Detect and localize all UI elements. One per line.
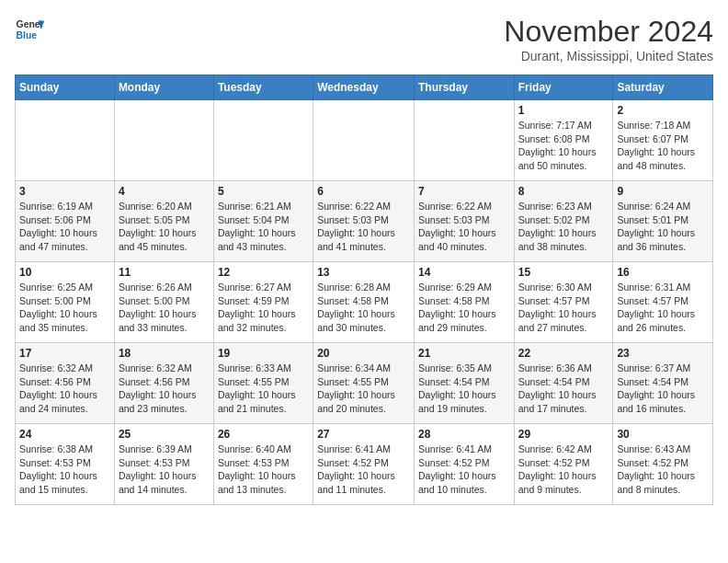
calendar-week-row: 1Sunrise: 7:17 AM Sunset: 6:08 PM Daylig… (16, 100, 713, 181)
day-info: Sunrise: 6:22 AM Sunset: 5:03 PM Dayligh… (317, 200, 410, 254)
calendar-week-row: 17Sunrise: 6:32 AM Sunset: 4:56 PM Dayli… (16, 343, 713, 424)
weekday-header: Monday (114, 75, 213, 100)
month-title: November 2024 (504, 15, 713, 49)
day-number: 4 (119, 185, 210, 198)
day-number: 14 (418, 266, 510, 279)
day-info: Sunrise: 6:21 AM Sunset: 5:04 PM Dayligh… (218, 200, 309, 254)
weekday-header: Wednesday (313, 75, 415, 100)
day-info: Sunrise: 6:23 AM Sunset: 5:02 PM Dayligh… (518, 200, 609, 254)
calendar-cell (16, 100, 115, 181)
day-info: Sunrise: 6:26 AM Sunset: 5:00 PM Dayligh… (119, 281, 210, 335)
day-info: Sunrise: 6:24 AM Sunset: 5:01 PM Dayligh… (617, 200, 709, 254)
day-info: Sunrise: 6:27 AM Sunset: 4:59 PM Dayligh… (218, 281, 309, 335)
day-number: 26 (218, 428, 309, 441)
calendar-cell: 17Sunrise: 6:32 AM Sunset: 4:56 PM Dayli… (16, 343, 115, 424)
calendar-cell (114, 100, 213, 181)
day-info: Sunrise: 6:36 AM Sunset: 4:54 PM Dayligh… (518, 362, 609, 416)
day-info: Sunrise: 6:22 AM Sunset: 5:03 PM Dayligh… (418, 200, 510, 254)
day-info: Sunrise: 6:20 AM Sunset: 5:05 PM Dayligh… (119, 200, 210, 254)
calendar-cell: 4Sunrise: 6:20 AM Sunset: 5:05 PM Daylig… (114, 181, 213, 262)
calendar-cell: 30Sunrise: 6:43 AM Sunset: 4:52 PM Dayli… (613, 424, 713, 505)
day-number: 15 (518, 266, 609, 279)
page-header: General Blue November 2024 Durant, Missi… (15, 15, 713, 63)
location: Durant, Mississippi, United States (504, 49, 713, 63)
day-info: Sunrise: 7:18 AM Sunset: 6:07 PM Dayligh… (617, 119, 709, 173)
day-info: Sunrise: 6:33 AM Sunset: 4:55 PM Dayligh… (218, 362, 309, 416)
day-number: 21 (418, 347, 510, 360)
calendar-week-row: 24Sunrise: 6:38 AM Sunset: 4:53 PM Dayli… (16, 424, 713, 505)
calendar-week-row: 10Sunrise: 6:25 AM Sunset: 5:00 PM Dayli… (16, 262, 713, 343)
calendar-cell (213, 100, 313, 181)
calendar-cell: 6Sunrise: 6:22 AM Sunset: 5:03 PM Daylig… (313, 181, 415, 262)
day-number: 3 (19, 185, 110, 198)
logo-icon: General Blue (15, 15, 44, 44)
calendar-cell: 10Sunrise: 6:25 AM Sunset: 5:00 PM Dayli… (16, 262, 115, 343)
calendar-cell: 16Sunrise: 6:31 AM Sunset: 4:57 PM Dayli… (613, 262, 713, 343)
day-info: Sunrise: 6:25 AM Sunset: 5:00 PM Dayligh… (19, 281, 110, 335)
day-number: 1 (518, 104, 609, 117)
calendar-cell: 29Sunrise: 6:42 AM Sunset: 4:52 PM Dayli… (514, 424, 613, 505)
day-number: 29 (518, 428, 609, 441)
day-info: Sunrise: 6:28 AM Sunset: 4:58 PM Dayligh… (317, 281, 410, 335)
calendar-cell (313, 100, 415, 181)
day-number: 30 (617, 428, 709, 441)
day-number: 18 (119, 347, 210, 360)
calendar-cell: 11Sunrise: 6:26 AM Sunset: 5:00 PM Dayli… (114, 262, 213, 343)
day-info: Sunrise: 6:31 AM Sunset: 4:57 PM Dayligh… (617, 281, 709, 335)
calendar-cell: 19Sunrise: 6:33 AM Sunset: 4:55 PM Dayli… (213, 343, 313, 424)
calendar-cell: 21Sunrise: 6:35 AM Sunset: 4:54 PM Dayli… (414, 343, 514, 424)
day-number: 19 (218, 347, 309, 360)
calendar-cell: 1Sunrise: 7:17 AM Sunset: 6:08 PM Daylig… (514, 100, 613, 181)
calendar-cell: 28Sunrise: 6:41 AM Sunset: 4:52 PM Dayli… (414, 424, 514, 505)
day-info: Sunrise: 6:32 AM Sunset: 4:56 PM Dayligh… (119, 362, 210, 416)
day-info: Sunrise: 6:39 AM Sunset: 4:53 PM Dayligh… (119, 442, 210, 497)
weekday-header: Tuesday (213, 75, 313, 100)
calendar-cell: 27Sunrise: 6:41 AM Sunset: 4:52 PM Dayli… (313, 424, 415, 505)
calendar-week-row: 3Sunrise: 6:19 AM Sunset: 5:06 PM Daylig… (16, 181, 713, 262)
calendar-cell: 22Sunrise: 6:36 AM Sunset: 4:54 PM Dayli… (514, 343, 613, 424)
day-number: 7 (418, 185, 510, 198)
day-number: 9 (617, 185, 709, 198)
calendar-table: SundayMondayTuesdayWednesdayThursdayFrid… (15, 75, 713, 505)
day-number: 10 (19, 266, 110, 279)
calendar-cell: 23Sunrise: 6:37 AM Sunset: 4:54 PM Dayli… (613, 343, 713, 424)
day-number: 16 (617, 266, 709, 279)
calendar-cell: 13Sunrise: 6:28 AM Sunset: 4:58 PM Dayli… (313, 262, 415, 343)
calendar-cell: 3Sunrise: 6:19 AM Sunset: 5:06 PM Daylig… (16, 181, 115, 262)
calendar-cell: 15Sunrise: 6:30 AM Sunset: 4:57 PM Dayli… (514, 262, 613, 343)
calendar-cell: 24Sunrise: 6:38 AM Sunset: 4:53 PM Dayli… (16, 424, 115, 505)
calendar-cell: 14Sunrise: 6:29 AM Sunset: 4:58 PM Dayli… (414, 262, 514, 343)
day-info: Sunrise: 6:42 AM Sunset: 4:52 PM Dayligh… (518, 442, 609, 497)
calendar-cell (414, 100, 514, 181)
weekday-header: Sunday (16, 75, 115, 100)
logo: General Blue (15, 15, 44, 44)
day-info: Sunrise: 6:37 AM Sunset: 4:54 PM Dayligh… (617, 362, 709, 416)
day-info: Sunrise: 6:43 AM Sunset: 4:52 PM Dayligh… (617, 442, 709, 497)
weekday-header: Saturday (613, 75, 713, 100)
day-number: 22 (518, 347, 609, 360)
calendar-cell: 7Sunrise: 6:22 AM Sunset: 5:03 PM Daylig… (414, 181, 514, 262)
day-number: 28 (418, 428, 510, 441)
calendar-cell: 2Sunrise: 7:18 AM Sunset: 6:07 PM Daylig… (613, 100, 713, 181)
day-info: Sunrise: 6:19 AM Sunset: 5:06 PM Dayligh… (19, 200, 110, 254)
day-number: 5 (218, 185, 309, 198)
day-info: Sunrise: 6:40 AM Sunset: 4:53 PM Dayligh… (218, 442, 309, 497)
calendar-cell: 5Sunrise: 6:21 AM Sunset: 5:04 PM Daylig… (213, 181, 313, 262)
day-number: 23 (617, 347, 709, 360)
day-number: 8 (518, 185, 609, 198)
weekday-header: Friday (514, 75, 613, 100)
day-number: 17 (19, 347, 110, 360)
day-info: Sunrise: 6:34 AM Sunset: 4:55 PM Dayligh… (317, 362, 410, 416)
day-info: Sunrise: 6:35 AM Sunset: 4:54 PM Dayligh… (418, 362, 510, 416)
day-number: 24 (19, 428, 110, 441)
day-info: Sunrise: 6:41 AM Sunset: 4:52 PM Dayligh… (317, 442, 410, 497)
day-info: Sunrise: 6:29 AM Sunset: 4:58 PM Dayligh… (418, 281, 510, 335)
day-number: 2 (617, 104, 709, 117)
calendar-cell: 18Sunrise: 6:32 AM Sunset: 4:56 PM Dayli… (114, 343, 213, 424)
day-info: Sunrise: 6:30 AM Sunset: 4:57 PM Dayligh… (518, 281, 609, 335)
day-info: Sunrise: 6:41 AM Sunset: 4:52 PM Dayligh… (418, 442, 510, 497)
day-info: Sunrise: 6:32 AM Sunset: 4:56 PM Dayligh… (19, 362, 110, 416)
calendar-cell: 26Sunrise: 6:40 AM Sunset: 4:53 PM Dayli… (213, 424, 313, 505)
day-info: Sunrise: 6:38 AM Sunset: 4:53 PM Dayligh… (19, 442, 110, 497)
calendar-cell: 25Sunrise: 6:39 AM Sunset: 4:53 PM Dayli… (114, 424, 213, 505)
